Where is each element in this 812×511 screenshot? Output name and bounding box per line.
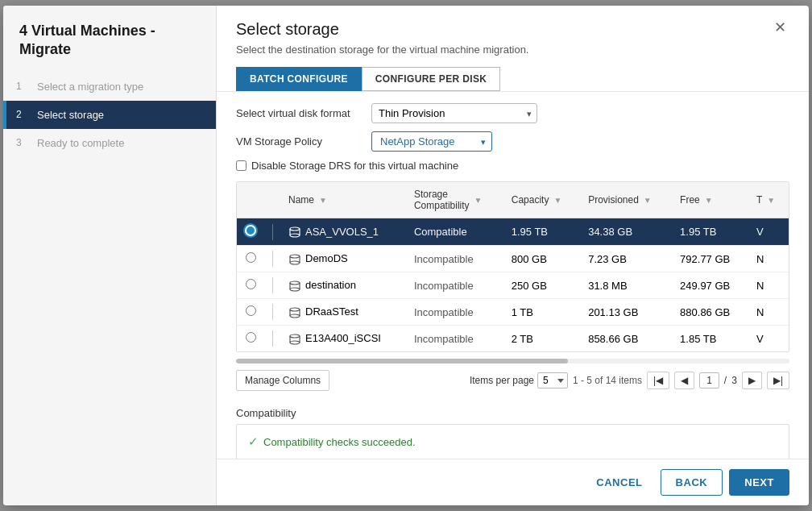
capacity-cell: 1.95 TB <box>503 218 580 246</box>
table-footer: Manage Columns Items per page 5 10 25 1 … <box>236 365 789 396</box>
capacity-cell: 250 GB <box>503 272 580 299</box>
page-separator: / <box>724 375 727 386</box>
radio-cell[interactable] <box>237 299 264 326</box>
type-cell: N <box>748 246 789 272</box>
svg-point-3 <box>290 261 300 264</box>
sidebar-item-step1[interactable]: 1 Select a migration type <box>3 73 216 101</box>
th-provisioned[interactable]: Provisioned ▼ <box>580 182 672 218</box>
capacity-sort-icon[interactable]: ▼ <box>553 196 561 205</box>
compat-cell: Compatible <box>406 218 503 246</box>
type-sort-icon[interactable]: ▼ <box>767 196 775 205</box>
table-row[interactable]: destination Incompatible 250 GB 31.8 MB … <box>237 272 789 299</box>
tab-configure-per-disk[interactable]: CONFIGURE PER DISK <box>362 67 501 91</box>
provisioned-cell: 34.38 GB <box>580 218 672 246</box>
row-name: DemoDS <box>305 252 348 264</box>
free-cell: 1.85 TB <box>672 326 748 352</box>
free-cell: 792.77 GB <box>672 246 748 272</box>
items-per-page-select[interactable]: 5 10 25 <box>537 372 568 388</box>
th-capacity[interactable]: Capacity ▼ <box>503 182 580 218</box>
capacity-cell: 1 TB <box>503 299 580 326</box>
table-row[interactable]: DemoDS Incompatible 800 GB 7.23 GB 792.7… <box>237 246 789 272</box>
close-button[interactable]: ✕ <box>771 20 789 35</box>
sidebar-item-step3[interactable]: 3 Ready to complete <box>3 129 216 157</box>
sidebar-title: 4 Virtual Machines - Migrate <box>3 6 216 73</box>
table-row[interactable]: DRaaSTest Incompatible 1 TB 201.13 GB 88… <box>237 299 789 326</box>
back-button[interactable]: BACK <box>661 469 723 496</box>
page-last-button[interactable]: ▶| <box>767 372 789 389</box>
disk-format-label: Select virtual disk format <box>236 107 365 119</box>
provisioned-cell: 201.13 GB <box>580 299 672 326</box>
svg-point-5 <box>290 288 300 291</box>
radio-input[interactable] <box>246 279 256 289</box>
provisioned-sort-icon[interactable]: ▼ <box>644 196 652 205</box>
radio-cell[interactable] <box>237 272 264 299</box>
radio-input[interactable] <box>246 305 256 316</box>
type-cell: V <box>748 218 789 246</box>
tab-bar: BATCH CONFIGURE CONFIGURE PER DISK <box>236 67 789 91</box>
row-name: ASA_VVOLS_1 <box>305 226 379 238</box>
type-cell: N <box>748 299 789 326</box>
page-title: Select storage <box>236 20 339 39</box>
provisioned-cell: 31.8 MB <box>580 272 672 299</box>
compat-cell: Incompatible <box>406 246 503 272</box>
compatibility-box: ✓ Compatibility checks succeeded. <box>236 424 789 459</box>
page-first-button[interactable]: |◀ <box>647 372 669 389</box>
compat-sort-icon[interactable]: ▼ <box>474 196 483 205</box>
storage-table-container: Name ▼ StorageCompatibility ▼ Capacity ▼… <box>236 181 789 352</box>
th-storage-compat[interactable]: StorageCompatibility ▼ <box>406 182 503 218</box>
divider-cell <box>264 272 280 299</box>
svg-point-2 <box>290 255 300 258</box>
radio-cell[interactable] <box>237 326 264 352</box>
th-free[interactable]: Free ▼ <box>672 182 748 218</box>
storage-policy-select[interactable]: NetApp Storage <box>371 131 492 152</box>
provisioned-cell: 7.23 GB <box>580 246 672 272</box>
page-next-button[interactable]: ▶ <box>742 372 762 389</box>
sidebar-item-step2[interactable]: 2 Select storage <box>3 101 216 129</box>
radio-input[interactable] <box>246 252 256 263</box>
radio-cell[interactable] <box>237 246 264 272</box>
disable-drs-row: Disable Storage DRS for this virtual mac… <box>236 160 789 172</box>
free-cell: 249.97 GB <box>672 272 748 299</box>
table-row[interactable]: ASA_VVOLS_1 Compatible 1.95 TB 34.38 GB … <box>237 218 789 246</box>
storage-policy-row: VM Storage Policy NetApp Storage <box>236 131 789 152</box>
compat-badge: Incompatible <box>414 306 474 318</box>
table-row[interactable]: E13A400_iSCSI Incompatible 2 TB 858.66 G… <box>237 326 789 352</box>
radio-cell[interactable] <box>237 218 264 246</box>
page-current-number[interactable]: 1 <box>699 372 719 388</box>
th-type[interactable]: T ▼ <box>748 182 789 218</box>
manage-columns-button[interactable]: Manage Columns <box>236 370 329 391</box>
tab-batch-configure[interactable]: BATCH CONFIGURE <box>236 67 362 91</box>
free-cell: 1.95 TB <box>672 218 748 246</box>
disk-format-select-wrap: Thin Provision Thick Provision Lazy Zero… <box>371 103 537 123</box>
sidebar: 4 Virtual Machines - Migrate 1 Select a … <box>3 6 217 505</box>
page-prev-button[interactable]: ◀ <box>674 372 694 389</box>
disk-format-select[interactable]: Thin Provision Thick Provision Lazy Zero… <box>371 103 537 123</box>
page-total: 3 <box>731 375 737 386</box>
divider-cell <box>264 299 280 326</box>
storage-policy-label: VM Storage Policy <box>236 135 365 147</box>
disable-drs-checkbox[interactable] <box>236 160 246 171</box>
name-sort-icon[interactable]: ▼ <box>319 196 327 205</box>
capacity-cell: 2 TB <box>503 326 580 352</box>
free-sort-icon[interactable]: ▼ <box>705 196 713 205</box>
compat-badge: Compatible <box>414 226 467 238</box>
step2-number: 2 <box>16 109 29 120</box>
compat-cell: Incompatible <box>406 299 503 326</box>
horizontal-scrollbar[interactable] <box>236 359 789 364</box>
svg-point-4 <box>290 281 300 285</box>
compat-cell: Incompatible <box>406 272 503 299</box>
next-button[interactable]: NEXT <box>729 469 789 496</box>
th-divider <box>264 182 280 218</box>
svg-point-7 <box>290 314 300 318</box>
compat-badge: Incompatible <box>414 280 474 292</box>
compat-cell: Incompatible <box>406 326 503 352</box>
divider-cell <box>264 326 280 352</box>
scrollbar-thumb <box>236 359 568 364</box>
svg-point-1 <box>290 234 300 237</box>
radio-selected <box>245 225 256 236</box>
th-name[interactable]: Name ▼ <box>280 182 406 218</box>
storage-table: Name ▼ StorageCompatibility ▼ Capacity ▼… <box>237 182 789 351</box>
radio-input[interactable] <box>246 332 256 343</box>
main-header: Select storage ✕ Select the destination … <box>217 6 809 92</box>
cancel-button[interactable]: CANCEL <box>585 469 653 496</box>
